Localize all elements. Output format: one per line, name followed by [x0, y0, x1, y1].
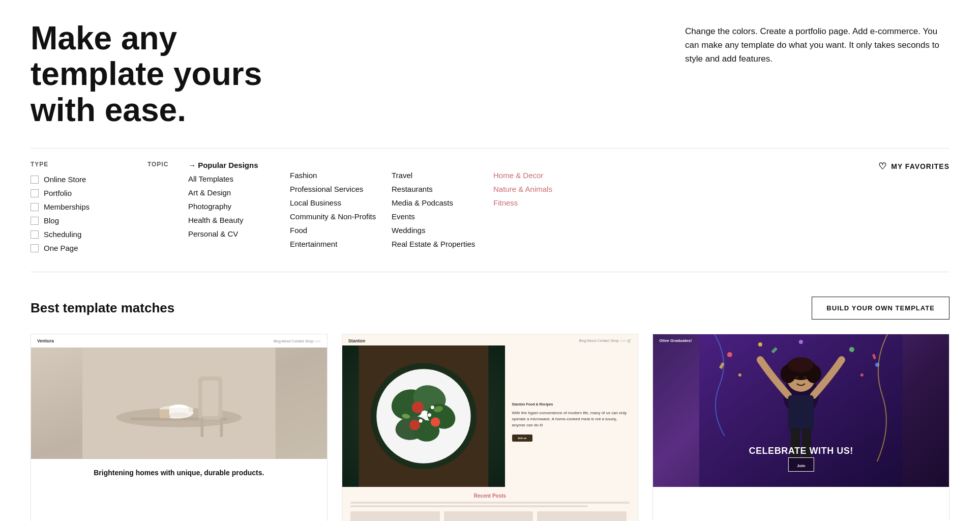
template-stanton-image: Stanton Blog About Contact Shop ○○○ 🛒: [342, 334, 638, 487]
filter-blog[interactable]: Blog: [31, 216, 137, 225]
topic-art-design[interactable]: Art & Design: [188, 188, 285, 197]
topic-photography[interactable]: Photography: [188, 202, 285, 211]
filter-online-store[interactable]: Online Store: [31, 175, 137, 184]
template-card-ventura[interactable]: Ventura Blog About Contact Shop ○○○: [31, 334, 328, 521]
filter-one-page-label: One Page: [44, 244, 78, 252]
svg-point-25: [431, 406, 434, 409]
svg-point-31: [727, 352, 732, 357]
page-title: Make any template yours with ease.: [31, 20, 315, 128]
topic-restaurants[interactable]: Restaurants: [392, 185, 488, 193]
svg-point-12: [169, 412, 189, 417]
topic-health-beauty[interactable]: Health & Beauty: [188, 216, 285, 224]
ventura-nav: Ventura Blog About Contact Shop ○○○: [31, 334, 327, 348]
svg-point-27: [428, 413, 431, 417]
svg-rect-7: [201, 418, 204, 437]
svg-point-24: [421, 411, 426, 416]
topic-personal-cv[interactable]: Personal & CV: [188, 229, 285, 238]
filter-memberships[interactable]: Memberships: [31, 202, 137, 211]
svg-point-15: [376, 369, 470, 464]
ventura-body: [31, 348, 327, 458]
checkbox-memberships[interactable]: [31, 203, 39, 211]
svg-rect-6: [202, 381, 218, 416]
svg-point-26: [419, 419, 422, 423]
svg-point-33: [849, 347, 854, 352]
best-matches-header: Best template matches BUILD YOUR OWN TEM…: [31, 297, 949, 320]
topic-entertainment[interactable]: Entertainment: [290, 240, 387, 248]
filter-portfolio-label: Portfolio: [44, 189, 72, 197]
stanton-recent-posts-label: Recent Posts: [350, 493, 630, 499]
my-favorites-label: MY FAVORITES: [891, 162, 949, 170]
stanton-content: Stanton Food & Recipes With the hyper-co…: [505, 345, 638, 487]
topic-header-col: TOPIC: [147, 161, 188, 253]
topic-nature-animals[interactable]: Nature & Animals: [493, 185, 590, 193]
topic-col-1: Popular Designs All Templates Art & Desi…: [188, 161, 290, 253]
checkbox-portfolio[interactable]: [31, 189, 39, 197]
best-matches-title: Best template matches: [31, 300, 174, 316]
template-ventura-image: Ventura Blog About Contact Shop ○○○: [31, 334, 327, 487]
template-card-olive[interactable]: Olive Graduates! CELEBRATE WITH US! Join: [652, 334, 949, 521]
topic-media-podcasts[interactable]: Media & Podcasts: [392, 198, 488, 207]
svg-point-46: [788, 357, 814, 372]
svg-point-35: [738, 373, 741, 377]
olive-celebrate-text: CELEBRATE WITH US!: [653, 446, 949, 456]
topic-filter-columns: TOPIC Popular Designs All Templates Art …: [147, 161, 949, 253]
svg-rect-0: [82, 348, 276, 458]
topic-fitness[interactable]: Fitness: [493, 198, 590, 207]
heart-icon: ♡: [878, 161, 887, 172]
filter-scheduling[interactable]: Scheduling: [31, 230, 137, 239]
topic-community-nonprofits[interactable]: Community & Non-Profits: [290, 212, 387, 221]
type-label: TYPE: [31, 161, 137, 168]
svg-rect-9: [160, 410, 170, 418]
olive-brand-name: Olive Graduates!: [659, 338, 692, 343]
ventura-caption: Brightening homes with unique, durable p…: [31, 459, 327, 487]
checkbox-one-page[interactable]: [31, 244, 39, 252]
svg-point-23: [409, 420, 420, 430]
topic-food[interactable]: Food: [290, 226, 387, 235]
stanton-food-image: [342, 345, 505, 487]
hero-description: Change the colors. Create a portfolio pa…: [685, 20, 949, 66]
svg-point-51: [804, 376, 807, 379]
best-matches-section: Best template matches BUILD YOUR OWN TEM…: [31, 297, 949, 521]
filter-scheduling-label: Scheduling: [44, 230, 81, 239]
template-card-stanton[interactable]: Stanton Blog About Contact Shop ○○○ 🛒: [342, 334, 639, 521]
topic-professional-services[interactable]: Professional Services: [290, 185, 387, 193]
olive-join-btn[interactable]: Join: [797, 464, 805, 468]
svg-point-50: [795, 376, 798, 379]
checkbox-scheduling[interactable]: [31, 230, 39, 239]
filter-memberships-label: Memberships: [44, 202, 90, 211]
type-filter-column: TYPE Online Store Portfolio Memberships …: [31, 161, 147, 257]
filter-one-page[interactable]: One Page: [31, 244, 137, 252]
topic-home-decor[interactable]: Home & Decor: [493, 171, 590, 180]
filter-online-store-label: Online Store: [44, 175, 86, 184]
topic-popular-designs[interactable]: Popular Designs: [188, 161, 285, 169]
filter-portfolio[interactable]: Portfolio: [31, 189, 137, 197]
filter-blog-label: Blog: [44, 216, 59, 225]
topic-local-business[interactable]: Local Business: [290, 198, 387, 207]
svg-rect-47: [788, 395, 814, 431]
template-olive-image: Olive Graduates! CELEBRATE WITH US! Join: [653, 334, 949, 487]
topic-col-2: Fashion Professional Services Local Busi…: [290, 161, 392, 253]
topic-travel[interactable]: Travel: [392, 171, 488, 180]
svg-point-36: [860, 373, 864, 377]
topic-weddings[interactable]: Weddings: [392, 226, 488, 235]
topic-all-templates[interactable]: All Templates: [188, 175, 285, 183]
checkbox-blog[interactable]: [31, 217, 39, 225]
svg-point-32: [758, 342, 762, 346]
stanton-card-bottom: Recent Posts: [342, 487, 638, 521]
stanton-body-text: With the hyper-convenience of modern lif…: [512, 410, 631, 428]
topic-real-estate[interactable]: Real Estate & Properties: [392, 240, 488, 248]
topic-fashion[interactable]: Fashion: [290, 171, 387, 180]
template-grid: Ventura Blog About Contact Shop ○○○: [31, 334, 949, 521]
topic-label: TOPIC: [147, 161, 178, 168]
svg-rect-8: [220, 418, 223, 437]
topic-col-4: Home & Decor Nature & Animals Fitness: [493, 161, 595, 253]
svg-point-22: [431, 417, 440, 427]
my-favorites-button[interactable]: ♡ MY FAVORITES: [878, 161, 949, 172]
checkbox-online-store[interactable]: [31, 176, 39, 184]
topic-col-3: Travel Restaurants Media & Podcasts Even…: [392, 161, 493, 253]
topic-events[interactable]: Events: [392, 212, 488, 221]
build-own-template-button[interactable]: BUILD YOUR OWN TEMPLATE: [812, 297, 949, 320]
svg-point-21: [411, 401, 423, 413]
stanton-subtitle: Stanton Food & Recipes: [512, 402, 631, 406]
svg-point-37: [799, 340, 803, 344]
